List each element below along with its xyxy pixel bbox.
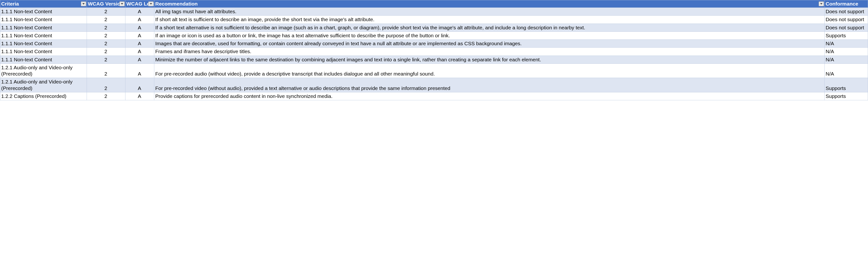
cell-criteria[interactable]: 1.2.1 Audio-only and Video-only (Prereco…	[0, 64, 87, 78]
table-row[interactable]: 1.1.1 Non-text Content2AIf an image or i…	[0, 32, 868, 39]
cell-version[interactable]: 2	[87, 32, 125, 39]
cell-level[interactable]: A	[125, 78, 154, 92]
cell-version[interactable]: 2	[87, 24, 125, 32]
cell-conformance[interactable]: N/A	[825, 56, 868, 64]
cell-level[interactable]: A	[125, 15, 154, 24]
table-row[interactable]: 1.2.2 Captions (Prerecorded)2AProvide ca…	[0, 92, 868, 100]
header-version-label: WCAG Versio	[88, 1, 120, 7]
cell-level[interactable]: A	[125, 40, 154, 48]
chevron-down-icon	[150, 3, 152, 5]
cell-recommendation[interactable]: Provide captions for prerecorded audio c…	[154, 92, 825, 100]
cell-conformance[interactable]: Does not support	[825, 15, 868, 24]
cell-recommendation[interactable]: Frames and iframes have descriptive titl…	[154, 48, 825, 56]
header-row: Criteria WCAG Versio WCAG Leve Recommend…	[0, 0, 868, 8]
cell-conformance[interactable]: Does not support	[825, 8, 868, 15]
filter-version-button[interactable]	[119, 1, 125, 6]
cell-level[interactable]: A	[125, 32, 154, 39]
header-criteria[interactable]: Criteria	[0, 0, 87, 8]
cell-level[interactable]: A	[125, 8, 154, 15]
chevron-down-icon	[82, 3, 85, 5]
cell-criteria[interactable]: 1.1.1 Non-text Content	[0, 56, 87, 64]
cell-criteria[interactable]: 1.1.1 Non-text Content	[0, 15, 87, 24]
cell-version[interactable]: 2	[87, 56, 125, 64]
cell-recommendation[interactable]: Images that are decorative, used for for…	[154, 40, 825, 48]
table-row[interactable]: 1.1.1 Non-text Content2AFrames and ifram…	[0, 48, 868, 56]
cell-version[interactable]: 2	[87, 15, 125, 24]
cell-criteria[interactable]: 1.1.1 Non-text Content	[0, 40, 87, 48]
header-recommendation[interactable]: Recommendation	[154, 0, 825, 8]
cell-recommendation[interactable]: Minimize the number of adjacent links to…	[154, 56, 825, 64]
cell-recommendation[interactable]: If a short text alternative is not suffi…	[154, 24, 825, 32]
table-row[interactable]: 1.1.1 Non-text Content2AAll img tags mus…	[0, 8, 868, 15]
cell-criteria[interactable]: 1.1.1 Non-text Content	[0, 32, 87, 39]
cell-version[interactable]: 2	[87, 78, 125, 92]
cell-version[interactable]: 2	[87, 64, 125, 78]
cell-recommendation[interactable]: All img tags must have alt attributes.	[154, 8, 825, 15]
table-row[interactable]: 1.1.1 Non-text Content2AIf a short text …	[0, 24, 868, 32]
cell-level[interactable]: A	[125, 56, 154, 64]
chevron-down-icon	[820, 3, 823, 5]
wcag-table: Criteria WCAG Versio WCAG Leve Recommend…	[0, 0, 868, 100]
cell-conformance[interactable]: N/A	[825, 64, 868, 78]
cell-recommendation[interactable]: For pre-recorded video (without audio), …	[154, 78, 825, 92]
cell-criteria[interactable]: 1.2.1 Audio-only and Video-only (Prereco…	[0, 78, 87, 92]
filter-recommendation-button[interactable]	[819, 1, 824, 6]
cell-version[interactable]: 2	[87, 48, 125, 56]
cell-version[interactable]: 2	[87, 92, 125, 100]
cell-conformance[interactable]: Does not support	[825, 24, 868, 32]
cell-level[interactable]: A	[125, 64, 154, 78]
cell-criteria[interactable]: 1.1.1 Non-text Content	[0, 8, 87, 15]
cell-conformance[interactable]: Supports	[825, 92, 868, 100]
cell-level[interactable]: A	[125, 92, 154, 100]
cell-level[interactable]: A	[125, 48, 154, 56]
cell-version[interactable]: 2	[87, 40, 125, 48]
cell-conformance[interactable]: Supports	[825, 32, 868, 39]
filter-criteria-button[interactable]	[81, 1, 86, 6]
header-conformance-label: Conformance	[826, 1, 858, 7]
cell-level[interactable]: A	[125, 24, 154, 32]
cell-criteria[interactable]: 1.1.1 Non-text Content	[0, 48, 87, 56]
cell-recommendation[interactable]: If an image or icon is used as a button …	[154, 32, 825, 39]
cell-version[interactable]: 2	[87, 8, 125, 15]
table-row[interactable]: 1.2.1 Audio-only and Video-only (Prereco…	[0, 64, 868, 78]
cell-criteria[interactable]: 1.1.1 Non-text Content	[0, 24, 87, 32]
header-version[interactable]: WCAG Versio	[87, 0, 125, 8]
header-criteria-label: Criteria	[1, 1, 19, 7]
chevron-down-icon	[121, 3, 123, 5]
table-row[interactable]: 1.1.1 Non-text Content2AMinimize the num…	[0, 56, 868, 64]
cell-recommendation[interactable]: If short alt text is sufficient to descr…	[154, 15, 825, 24]
filter-level-button[interactable]	[148, 1, 154, 6]
cell-conformance[interactable]: Supports	[825, 78, 868, 92]
cell-conformance[interactable]: N/A	[825, 48, 868, 56]
cell-recommendation[interactable]: For pre-recorded audio (without video), …	[154, 64, 825, 78]
cell-conformance[interactable]: N/A	[825, 40, 868, 48]
table-row[interactable]: 1.1.1 Non-text Content2AIf short alt tex…	[0, 15, 868, 24]
table-row[interactable]: 1.1.1 Non-text Content2AImages that are …	[0, 40, 868, 48]
header-recommendation-label: Recommendation	[155, 1, 197, 7]
cell-criteria[interactable]: 1.2.2 Captions (Prerecorded)	[0, 92, 87, 100]
header-conformance[interactable]: Conformance	[825, 0, 868, 8]
table-row[interactable]: 1.2.1 Audio-only and Video-only (Prereco…	[0, 78, 868, 92]
header-level[interactable]: WCAG Leve	[125, 0, 154, 8]
